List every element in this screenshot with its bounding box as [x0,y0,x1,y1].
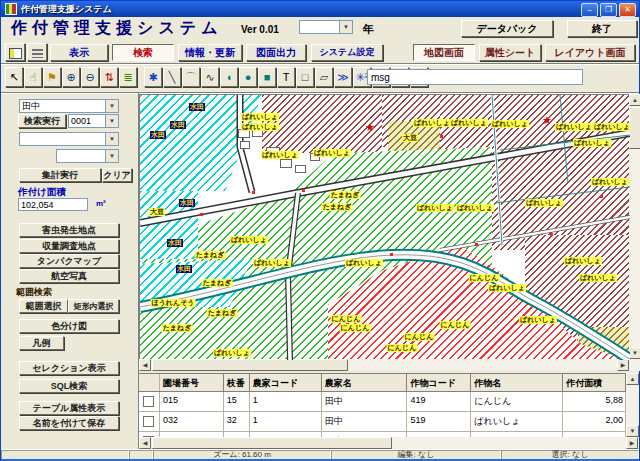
table-cell: 1 [250,392,322,411]
table-vertical-scrollbar[interactable]: ▲ ▼ [626,373,639,437]
pan-hand-icon[interactable]: ☝ [24,67,42,87]
road-marker [550,233,553,236]
rectangle-icon[interactable]: □ [296,67,314,87]
arc-icon[interactable]: ⌒ [182,67,200,87]
filter-select-2[interactable]: ▼ [56,149,119,163]
square-icon[interactable]: ■ [258,67,276,87]
exit-button[interactable]: 終了 [567,20,637,37]
scrollbar-thumb[interactable] [629,107,640,149]
minimize-button[interactable]: – [581,3,598,17]
code-select[interactable]: 0001▼ [68,114,119,128]
flag-icon[interactable]: ⚑ [43,67,61,87]
zoom-out-icon[interactable]: ⊖ [81,67,99,87]
star-marker-icon: ★ [365,121,375,134]
polygon-icon[interactable]: ▱ [315,67,333,87]
move-vertical-icon[interactable]: ⇅ [100,67,118,87]
map-label: ばれいしょ [241,113,279,121]
map-canvas[interactable]: 水田水田水田水田水田水田ばれいしょばれいしょばれいしょばれいしょばれいしょばれい… [139,94,630,360]
map-horizontal-scrollbar[interactable]: ◀ ▶ [139,359,640,371]
selection-view-button[interactable]: セレクション表示 [19,361,119,375]
yield-survey-button[interactable]: 収量調査地点 [19,239,119,253]
protein-map-button[interactable]: タンパクマップ [19,254,119,268]
curve-icon[interactable]: ∿ [201,67,219,87]
map-label: ばれいしょ [573,139,611,147]
save-as-button[interactable]: 名前を付けて保存 [19,416,119,430]
clear-button[interactable]: クリア [102,168,132,182]
scroll-left-icon[interactable]: ◀ [139,437,151,449]
tab-row: 表示 検索 情報・更新 図面出力 システム設定 地図画面 属性シート レイアウト… [1,41,639,64]
close-button[interactable]: ✕ [619,3,636,17]
panel-view-icon[interactable] [5,43,25,61]
table-cell: 419 [407,392,471,411]
row-checkbox[interactable] [143,416,154,427]
column-header: 枝番 [224,374,250,391]
tab-attribute-sheet[interactable]: 属性シート [479,44,541,61]
column-header: 作物名 [471,374,563,391]
table-attr-button[interactable]: テーブル属性表示 [19,401,119,415]
search-exec-button[interactable]: 検索実行 [18,114,66,128]
maximize-button[interactable]: ❐ [600,3,617,17]
range-select-button[interactable]: 範囲選択 [19,299,68,313]
chevron-down-icon[interactable]: ▼ [105,150,118,162]
tab-map-screen[interactable]: 地図画面 [413,44,475,61]
tab-layout-screen[interactable]: レイアウト画面 [545,44,635,61]
sql-search-button[interactable]: SQL検索 [19,379,119,393]
tab-search[interactable]: 検索 [112,44,174,61]
table-row[interactable]: 032321田中519ばれいしょ2,00 [139,412,626,432]
map-label: たまねぎ [162,324,193,332]
map-vertical-scrollbar[interactable]: ▲ ▼ [629,94,640,359]
list-view-icon[interactable] [27,43,47,61]
circle-icon[interactable]: ● [239,67,257,87]
scroll-left-icon[interactable]: ◀ [139,359,151,371]
scroll-down-icon[interactable]: ▼ [629,347,640,359]
semicircle-icon[interactable]: ◖ [220,67,238,87]
filter-select-1[interactable]: ▼ [19,132,119,146]
chevron-down-icon[interactable]: ▼ [105,133,118,145]
pest-point-button[interactable]: 害虫発生地点 [19,223,119,237]
map-label: ばれいしょ [555,123,593,131]
arrow-icon[interactable]: ≫ [334,67,352,87]
aerial-photo-button[interactable]: 航空写真 [19,269,119,283]
chevron-down-icon[interactable]: ▼ [105,100,118,112]
tab-display[interactable]: 表示 [50,44,108,61]
chevron-down-icon[interactable]: ▼ [105,115,118,127]
scroll-up-icon[interactable]: ▲ [626,373,639,385]
area-value-input[interactable] [18,198,88,211]
map-label: にんじん [440,321,471,329]
select-arrow-icon[interactable]: ↖ [5,67,23,87]
scroll-down-icon[interactable]: ▼ [626,425,639,437]
map-label: 水田 [176,265,192,273]
scroll-up-icon[interactable]: ▲ [629,94,640,106]
map-label: ばれいしょ [519,316,557,324]
map-label: たまねぎ [322,203,353,211]
scrollbar-thumb[interactable] [152,359,348,371]
row-checkbox[interactable] [143,396,154,407]
building [295,165,306,173]
map-label: にんじん [404,333,435,341]
farmer-select[interactable]: 田中▼ [19,99,119,113]
rect-select-button[interactable]: 矩形内選択 [68,299,119,313]
tab-info-update[interactable]: 情報・更新 [178,44,242,61]
table-horizontal-scrollbar[interactable]: ◀ ▶ [139,437,639,449]
table-row[interactable]: 015151田中419にんじん5,88 [139,392,626,412]
databack-button[interactable]: データバック [461,20,553,37]
tab-drawing-output[interactable]: 図面出力 [246,44,306,61]
zoom-in-icon[interactable]: ⊕ [62,67,80,87]
text-icon[interactable]: T [277,67,295,87]
aggregate-button[interactable]: 集計実行 [19,168,101,182]
message-input[interactable] [367,69,583,85]
scrollbar-thumb[interactable] [152,437,392,449]
scroll-right-icon[interactable]: ▶ [617,359,629,371]
map-label: ばれいしょ [213,349,251,357]
map-label: ばれいしょ [313,149,351,157]
line-icon[interactable]: ╲ [163,67,181,87]
layers-icon[interactable]: ≣ [119,67,137,87]
tab-system-settings[interactable]: システム設定 [311,44,383,61]
year-select[interactable]: ▼ [299,20,353,34]
scroll-right-icon[interactable]: ▶ [626,437,638,449]
area-unit-label: m² [96,199,106,208]
legend-button[interactable]: 凡例 [19,336,64,350]
pin-icon[interactable]: ✱ [144,67,162,87]
colormap-button[interactable]: 色分け図 [19,319,119,333]
chevron-down-icon[interactable]: ▼ [339,21,352,33]
